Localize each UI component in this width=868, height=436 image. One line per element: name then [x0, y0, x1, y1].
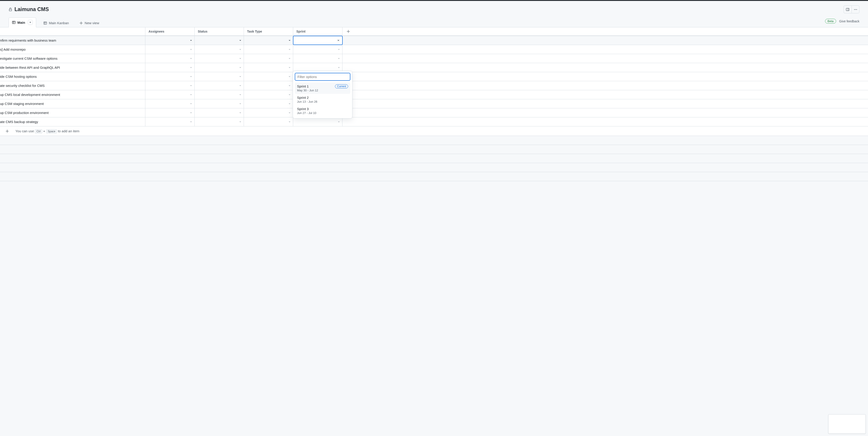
caret-down-icon — [239, 66, 241, 69]
cell-title[interactable]: up CSM production environment — [0, 108, 145, 117]
column-header-sprint[interactable]: Sprint — [293, 27, 342, 35]
sprint-option-name: Sprint 2 — [297, 96, 317, 99]
caret-down-icon — [239, 112, 241, 114]
cell-tasktype[interactable] — [244, 108, 293, 117]
caret-down-icon — [239, 39, 241, 41]
table-row[interactable]: up CSM staging environment — [0, 99, 868, 108]
column-header-assignees[interactable]: Assignees — [145, 27, 195, 35]
cell-title[interactable]: ate CMS backup strategy — [0, 117, 145, 126]
current-badge: Current — [335, 84, 348, 88]
cell-status[interactable] — [195, 54, 244, 63]
table-row[interactable]: ide CSM hosting options — [0, 72, 868, 81]
cell-status[interactable] — [195, 117, 244, 126]
sprint-option-name: Sprint 1 — [297, 84, 318, 88]
cell-sprint[interactable] — [293, 54, 342, 63]
cell-title[interactable]: estigate current CSM software options — [0, 54, 145, 63]
kbd-ctrl: Ctrl — [35, 129, 42, 134]
sprint-option[interactable]: Sprint 3Jun 27 - Jul 10 — [295, 105, 350, 116]
cell-status[interactable] — [195, 72, 244, 81]
sprint-option-name: Sprint 3 — [297, 107, 316, 111]
caret-down-icon — [338, 49, 340, 51]
cell-assignees[interactable] — [145, 99, 195, 108]
cell-status[interactable] — [195, 63, 244, 72]
caret-down-icon — [288, 94, 291, 96]
cell-assignees[interactable] — [145, 63, 195, 72]
give-feedback-link[interactable]: Give feedback — [839, 20, 860, 23]
cell-tasktype[interactable] — [244, 99, 293, 108]
table-row[interactable]: nfirm requirments with business team — [0, 36, 868, 45]
cell-status[interactable] — [195, 108, 244, 117]
svg-point-3 — [855, 9, 856, 10]
tab-new-view[interactable]: New view — [76, 19, 102, 27]
cell-tasktype[interactable] — [244, 45, 293, 54]
cell-tasktype[interactable] — [244, 54, 293, 63]
sprint-option[interactable]: Sprint 1May 30 - Jun 12Current — [295, 83, 350, 94]
beta-badge: Beta — [825, 19, 836, 24]
cell-title[interactable]: nfirm requirments with business team — [0, 36, 145, 45]
cell-tasktype[interactable] — [244, 36, 293, 45]
cell-sprint[interactable] — [293, 117, 342, 126]
cell-tasktype[interactable] — [244, 90, 293, 99]
tab-kanban[interactable]: Main Kanban — [40, 19, 72, 27]
sprint-option[interactable]: Sprint 2Jun 13 - Jun 26 — [295, 94, 350, 105]
cell-extra — [342, 45, 868, 54]
cell-title[interactable]: ate security checklist for CMS — [0, 81, 145, 90]
add-item-row[interactable]: You can use Ctrl + Space to add an item — [0, 126, 868, 136]
cell-assignees[interactable] — [145, 45, 195, 54]
panel-toggle-button[interactable] — [844, 5, 851, 13]
cell-assignees[interactable] — [145, 36, 195, 45]
sprint-filter-input[interactable] — [295, 73, 350, 81]
project-table: Assignees Status Task Type Sprint nfirm … — [0, 27, 868, 181]
cell-assignees[interactable] — [145, 81, 195, 90]
sprint-dropdown: Sprint 1May 30 - Jun 12CurrentSprint 2Ju… — [293, 71, 352, 118]
tab-main-dropdown[interactable] — [28, 20, 33, 25]
cell-status[interactable] — [195, 45, 244, 54]
kebab-icon — [854, 8, 857, 11]
tab-main[interactable]: Main — [8, 18, 36, 27]
table-row[interactable]: ide between Rest API and GraphQL API — [0, 63, 868, 72]
cell-status[interactable] — [195, 99, 244, 108]
cell-sprint[interactable] — [293, 45, 342, 54]
more-options-button[interactable] — [851, 5, 860, 13]
cell-title[interactable]: ide between Rest API and GraphQL API — [0, 63, 145, 72]
caret-down-icon — [288, 121, 291, 123]
table-row[interactable]: ate CMS backup strategy — [0, 117, 868, 126]
caret-down-icon — [239, 49, 241, 51]
cell-assignees[interactable] — [145, 90, 195, 99]
cell-extra — [342, 99, 868, 108]
cell-tasktype[interactable] — [244, 63, 293, 72]
cell-extra — [342, 63, 868, 72]
cell-sprint[interactable] — [293, 36, 342, 45]
caret-down-icon — [288, 85, 291, 87]
add-column-button[interactable] — [342, 27, 868, 35]
table-row[interactable]: s] Add monorepo — [0, 45, 868, 54]
cell-assignees[interactable] — [145, 117, 195, 126]
cell-assignees[interactable] — [145, 72, 195, 81]
sprint-option-dates: May 30 - Jun 12 — [297, 89, 318, 92]
cell-title[interactable]: s] Add monorepo — [0, 45, 145, 54]
cell-status[interactable] — [195, 90, 244, 99]
svg-rect-0 — [846, 8, 849, 11]
cell-title[interactable]: up CSM staging environment — [0, 99, 145, 108]
cell-status[interactable] — [195, 81, 244, 90]
tabs-bar: Main Main Kanban New view Beta Give feed — [0, 18, 868, 27]
tab-kanban-label: Main Kanban — [49, 21, 69, 25]
table-row[interactable]: up CSM production environment — [0, 108, 868, 117]
cell-assignees[interactable] — [145, 54, 195, 63]
caret-down-icon — [239, 57, 241, 60]
column-header-tasktype[interactable]: Task Type — [244, 27, 293, 35]
column-header-title[interactable] — [0, 27, 145, 35]
table-row[interactable]: ate security checklist for CMS — [0, 81, 868, 90]
caret-down-icon — [288, 49, 291, 51]
cell-title[interactable]: up CMS local development environment — [0, 90, 145, 99]
cell-tasktype[interactable] — [244, 72, 293, 81]
cell-tasktype[interactable] — [244, 117, 293, 126]
cell-title[interactable]: ide CSM hosting options — [0, 72, 145, 81]
caret-down-icon — [338, 121, 340, 123]
table-row[interactable]: estigate current CSM software options — [0, 54, 868, 63]
cell-tasktype[interactable] — [244, 81, 293, 90]
table-row[interactable]: up CMS local development environment — [0, 90, 868, 99]
cell-status[interactable] — [195, 36, 244, 45]
cell-assignees[interactable] — [145, 108, 195, 117]
column-header-status[interactable]: Status — [195, 27, 244, 35]
